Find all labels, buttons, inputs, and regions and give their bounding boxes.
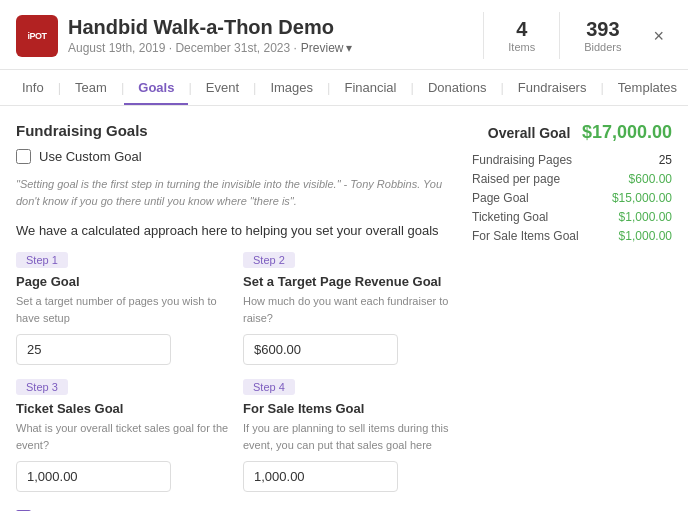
items-count: 4: [508, 18, 535, 41]
goal-row-pages: Fundraising Pages 25: [472, 153, 672, 167]
ticketing-value: $1,000.00: [619, 210, 672, 224]
step-1-card: Step 1 Page Goal Set a target number of …: [16, 252, 229, 365]
step-4-desc: If you are planning to sell items during…: [243, 420, 456, 453]
step-1-desc: Set a target number of pages you wish to…: [16, 293, 229, 326]
raised-value: $600.00: [629, 172, 672, 186]
step-3-badge: Step 3: [16, 379, 68, 395]
step-2-card: Step 2 Set a Target Page Revenue Goal Ho…: [243, 252, 456, 365]
chevron-down-icon: ▾: [346, 41, 352, 55]
tab-event[interactable]: Event: [192, 70, 253, 105]
header-left: iPOT Handbid Walk-a-Thon Demo August 19t…: [16, 15, 352, 57]
steps-grid: Step 1 Page Goal Set a target number of …: [16, 252, 456, 492]
header: iPOT Handbid Walk-a-Thon Demo August 19t…: [0, 0, 688, 70]
pages-label: Fundraising Pages: [472, 153, 572, 167]
step-3-desc: What is your overall ticket sales goal f…: [16, 420, 229, 453]
page-goal-label: Page Goal: [472, 191, 529, 205]
tab-images[interactable]: Images: [256, 70, 327, 105]
sale-items-value: $1,000.00: [619, 229, 672, 243]
sale-items-label: For Sale Items Goal: [472, 229, 579, 243]
preview-label: Preview: [301, 41, 344, 55]
step-1-badge: Step 1: [16, 252, 68, 268]
close-button[interactable]: ×: [645, 27, 672, 45]
step-3-title: Ticket Sales Goal: [16, 401, 229, 416]
ticketing-label: Ticketing Goal: [472, 210, 548, 224]
tab-financial[interactable]: Financial: [330, 70, 410, 105]
bidders-count: 393: [584, 18, 621, 41]
preview-button[interactable]: Preview ▾: [301, 41, 352, 55]
header-stats: 4 Items 393 Bidders: [483, 12, 645, 59]
custom-goal-checkbox[interactable]: [16, 149, 31, 164]
pages-value: 25: [659, 153, 672, 167]
tab-templates[interactable]: Templates: [604, 70, 688, 105]
custom-goal-row: Use Custom Goal: [16, 149, 456, 164]
header-subtitle: August 19th, 2019 · December 31st, 2023 …: [68, 41, 352, 55]
step-2-desc: How much do you want each fundraiser to …: [243, 293, 456, 326]
approach-title: We have a calculated approach here to he…: [16, 223, 456, 238]
step-4-title: For Sale Items Goal: [243, 401, 456, 416]
custom-goal-label[interactable]: Use Custom Goal: [39, 149, 142, 164]
subtitle-dates: August 19th, 2019 · December 31st, 2023 …: [68, 41, 297, 55]
step-2-input[interactable]: [243, 334, 398, 365]
goal-rows: Fundraising Pages 25 Raised per page $60…: [472, 153, 672, 243]
tab-donations[interactable]: Donations: [414, 70, 501, 105]
step-2-badge: Step 2: [243, 252, 295, 268]
goal-row-ticketing: Ticketing Goal $1,000.00: [472, 210, 672, 224]
overall-goal-panel: Overall Goal $17,000.00 Fundraising Page…: [472, 122, 672, 511]
stat-bidders: 393 Bidders: [559, 12, 645, 59]
main-content: Fundraising Goals Use Custom Goal "Setti…: [0, 106, 688, 511]
overall-goal-amount: $17,000.00: [582, 122, 672, 142]
tab-goals[interactable]: Goals: [124, 70, 188, 105]
goal-row-sale-items: For Sale Items Goal $1,000.00: [472, 229, 672, 243]
items-label: Items: [508, 41, 535, 53]
step-4-input[interactable]: [243, 461, 398, 492]
header-info: Handbid Walk-a-Thon Demo August 19th, 20…: [68, 16, 352, 55]
logo: iPOT: [16, 15, 58, 57]
auction-title: Handbid Walk-a-Thon Demo: [68, 16, 352, 39]
step-1-title: Page Goal: [16, 274, 229, 289]
tab-team[interactable]: Team: [61, 70, 121, 105]
tab-info[interactable]: Info: [8, 70, 58, 105]
step-4-card: Step 4 For Sale Items Goal If you are pl…: [243, 379, 456, 492]
step-4-badge: Step 4: [243, 379, 295, 395]
overall-goal-title: Overall Goal: [488, 125, 570, 141]
section-title: Fundraising Goals: [16, 122, 456, 139]
quote-text: "Setting goal is the first step in turni…: [16, 176, 456, 209]
step-3-card: Step 3 Ticket Sales Goal What is your ov…: [16, 379, 229, 492]
goal-row-page-goal: Page Goal $15,000.00: [472, 191, 672, 205]
nav-tabs: Info | Team | Goals | Event | Images | F…: [0, 70, 688, 106]
content-left: Fundraising Goals Use Custom Goal "Setti…: [16, 122, 456, 511]
page-goal-value: $15,000.00: [612, 191, 672, 205]
step-3-input[interactable]: [16, 461, 171, 492]
stat-items: 4 Items: [483, 12, 559, 59]
bidders-label: Bidders: [584, 41, 621, 53]
logo-text: iPOT: [27, 31, 46, 41]
step-1-input[interactable]: [16, 334, 171, 365]
raised-label: Raised per page: [472, 172, 560, 186]
step-2-title: Set a Target Page Revenue Goal: [243, 274, 456, 289]
goal-row-raised: Raised per page $600.00: [472, 172, 672, 186]
tab-fundraisers[interactable]: Fundraisers: [504, 70, 601, 105]
